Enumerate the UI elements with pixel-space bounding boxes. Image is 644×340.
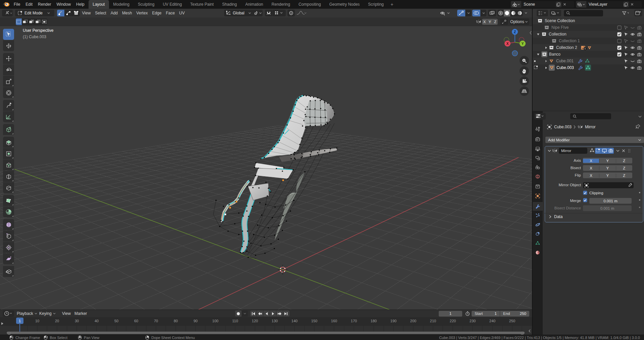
svg-text:Z: Z — [514, 30, 516, 34]
svg-text:Y: Y — [522, 42, 524, 46]
svg-text:X: X — [506, 42, 509, 46]
